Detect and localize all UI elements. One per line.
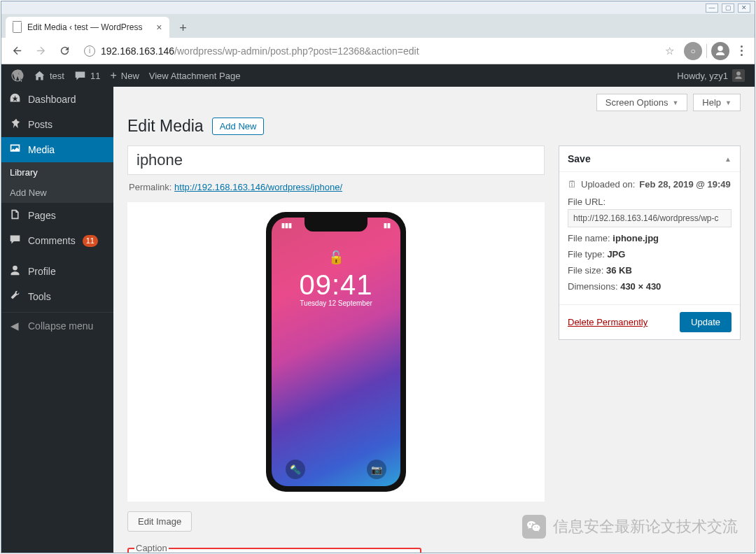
pin-icon — [8, 118, 21, 132]
watermark-text: 信息安全最新论文技术交流 — [553, 516, 738, 537]
save-postbox: Save ▲ 🗓 Uploaded on: Feb 28, 2019 @ 19:… — [559, 145, 741, 340]
sidebar-label: Dashboard — [28, 94, 76, 105]
sidebar-item-profile[interactable]: Profile — [1, 259, 113, 284]
help-button[interactable]: Help▼ — [693, 94, 741, 111]
adminbar-new[interactable]: + New — [110, 69, 139, 82]
chevron-up-icon: ▲ — [724, 155, 732, 163]
browser-profile-button[interactable] — [711, 42, 729, 60]
sidebar-sub-library[interactable]: Library — [1, 162, 113, 183]
browser-menu-button[interactable] — [734, 45, 749, 56]
window-titlebar: — ▢ ✕ — [1, 1, 755, 14]
wp-adminbar: test 11 + New View Attachment Page Howdy… — [1, 64, 755, 87]
permalink-row: Permalink: http://192.168.163.146/wordpr… — [127, 175, 545, 192]
wp-logo[interactable] — [11, 69, 24, 82]
adminbar-site-link[interactable]: test — [34, 70, 64, 82]
adminbar-site-name: test — [50, 71, 64, 81]
sidebar-item-media[interactable]: Media — [1, 137, 113, 162]
sidebar-item-pages[interactable]: Pages — [1, 203, 113, 228]
adminbar-view-page[interactable]: View Attachment Page — [149, 71, 241, 81]
avatar-icon — [732, 69, 745, 82]
reload-button[interactable] — [55, 41, 74, 61]
nav-forward-button[interactable] — [31, 41, 50, 61]
delete-permanently-link[interactable]: Delete Permanently — [568, 317, 648, 327]
comments-icon — [8, 234, 21, 248]
site-info-icon[interactable]: i — [84, 45, 95, 57]
file-url-field[interactable] — [568, 209, 732, 227]
window-minimize[interactable]: — — [706, 3, 718, 13]
screen-options-button[interactable]: Screen Options▼ — [596, 94, 688, 111]
nav-back-button[interactable] — [7, 41, 27, 61]
adminbar-account[interactable]: Howdy, yzy1 — [677, 69, 745, 82]
adminbar-new-label: New — [121, 71, 139, 81]
dashboard-icon — [8, 92, 21, 106]
edit-image-button[interactable]: Edit Image — [127, 511, 192, 532]
arrow-right-icon — [35, 45, 47, 57]
title-input[interactable] — [127, 145, 545, 175]
wechat-icon — [522, 515, 546, 539]
toolbar-divider — [706, 44, 707, 58]
browser-tab-strip: Edit Media ‹ test — WordPress × + — [1, 14, 755, 38]
browser-tab[interactable]: Edit Media ‹ test — WordPress × — [6, 17, 169, 38]
sidebar-label: Profile — [28, 266, 56, 277]
browser-address-bar: i 192.168.163.146/wordpress/wp-admin/pos… — [1, 38, 755, 64]
caption-fieldset: Caption — [127, 543, 421, 553]
tab-title: Edit Media ‹ test — WordPress — [27, 22, 143, 32]
pages-icon — [8, 208, 21, 222]
permalink-label: Permalink: — [129, 182, 172, 192]
wp-admin-sidebar: Dashboard Posts Media Library Add New Pa… — [1, 87, 113, 553]
adminbar-view-label: View Attachment Page — [149, 71, 241, 81]
bookmark-star-icon[interactable]: ☆ — [665, 45, 674, 57]
chevron-down-icon: ▼ — [725, 99, 732, 106]
plus-icon: + — [110, 69, 116, 82]
update-button[interactable]: Update — [680, 312, 732, 332]
permalink-link[interactable]: http://192.168.163.146/wordpress/iphone/ — [174, 182, 342, 192]
sidebar-collapse[interactable]: ◀ Collapse menu — [1, 312, 113, 338]
flashlight-icon: 🔦 — [286, 460, 305, 479]
sidebar-sub-addnew[interactable]: Add New — [1, 183, 113, 203]
sidebar-item-comments[interactable]: Comments 11 — [1, 228, 113, 253]
camera-icon: 📷 — [367, 460, 386, 479]
file-url-label: File URL: — [568, 197, 606, 207]
watermark: 信息安全最新论文技术交流 — [522, 515, 738, 539]
extension-icon[interactable]: ○ — [684, 42, 702, 60]
arrow-left-icon — [11, 45, 23, 57]
window-close[interactable]: ✕ — [738, 3, 750, 13]
sidebar-label: Tools — [28, 291, 51, 302]
media-preview: ▮▮▮▮▮ 🔓 09:41 Tuesday 12 September 🔦 📷 — [127, 202, 545, 502]
adminbar-comments[interactable]: 11 — [74, 70, 100, 82]
new-tab-button[interactable]: + — [174, 18, 193, 38]
profile-icon — [8, 264, 21, 278]
chevron-down-icon: ▼ — [672, 99, 678, 106]
reload-icon — [59, 45, 71, 57]
sidebar-label: Posts — [28, 119, 52, 130]
lock-icon: 🔓 — [328, 250, 344, 265]
save-postbox-header[interactable]: Save ▲ — [559, 146, 740, 172]
sidebar-item-tools[interactable]: Tools — [1, 284, 113, 309]
add-new-button[interactable]: Add New — [212, 118, 265, 135]
caption-label: Caption — [134, 543, 169, 553]
adminbar-comments-count: 11 — [90, 71, 100, 81]
uploaded-value: Feb 28, 2019 @ 19:49 — [639, 179, 730, 190]
comments-badge: 11 — [83, 235, 98, 247]
page-favicon-icon — [13, 22, 22, 33]
page-title: Edit Media — [127, 117, 204, 136]
user-icon — [714, 45, 727, 57]
phone-date: Tuesday 12 September — [300, 299, 372, 307]
window-maximize[interactable]: ▢ — [722, 3, 734, 13]
home-icon — [34, 70, 46, 82]
sidebar-collapse-label: Collapse menu — [28, 320, 93, 332]
sidebar-item-posts[interactable]: Posts — [1, 112, 113, 137]
calendar-icon: 🗓 — [568, 179, 577, 190]
sidebar-label: Comments — [28, 235, 76, 246]
collapse-icon: ◀ — [8, 320, 21, 332]
adminbar-howdy: Howdy, yzy1 — [677, 71, 728, 81]
sidebar-submenu-media: Library Add New — [1, 162, 113, 203]
phone-time: 09:41 — [299, 269, 372, 301]
tools-icon — [8, 290, 21, 304]
url-text: 192.168.163.146/wordpress/wp-admin/post.… — [101, 45, 419, 57]
sidebar-label: Pages — [28, 210, 56, 221]
wp-content-area: Screen Options▼ Help▼ Edit Media Add New… — [113, 87, 755, 553]
url-field[interactable]: i 192.168.163.146/wordpress/wp-admin/pos… — [78, 41, 661, 62]
tab-close-icon[interactable]: × — [156, 22, 162, 33]
sidebar-item-dashboard[interactable]: Dashboard — [1, 87, 113, 112]
